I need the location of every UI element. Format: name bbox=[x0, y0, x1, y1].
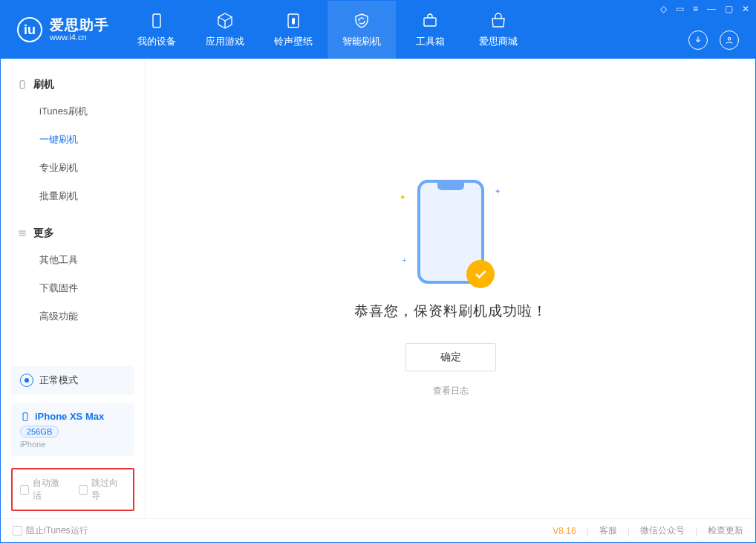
store-icon bbox=[489, 11, 508, 30]
close-button[interactable]: ✕ bbox=[742, 4, 749, 14]
nav-label: 爱思商城 bbox=[479, 35, 518, 48]
device-icon bbox=[147, 11, 166, 30]
sidebar-item-oneclick-flash[interactable]: 一键刷机 bbox=[1, 126, 145, 154]
sidebar-group-title: 刷机 bbox=[33, 78, 54, 91]
checkbox-label: 跳过向导 bbox=[91, 477, 126, 502]
view-log-link[interactable]: 查看日志 bbox=[433, 385, 469, 397]
app-header: iu 爱思助手 www.i4.cn 我的设备 应用游戏 铃声壁纸 智能刷机 工具… bbox=[1, 1, 755, 59]
header-action-icons bbox=[688, 30, 739, 50]
app-title: 爱思助手 bbox=[50, 18, 109, 33]
download-button[interactable] bbox=[688, 30, 708, 50]
device-capacity: 256GB bbox=[20, 426, 59, 438]
checkbox-label: 自动激活 bbox=[33, 477, 67, 502]
device-type: iPhone bbox=[20, 440, 126, 449]
music-file-icon bbox=[284, 11, 303, 30]
block-itunes-checkbox[interactable]: 阻止iTunes运行 bbox=[13, 524, 88, 537]
phone-small-icon bbox=[20, 412, 30, 422]
nav-apps-games[interactable]: 应用游戏 bbox=[191, 1, 259, 59]
logo-icon: iu bbox=[17, 17, 42, 42]
sidebar-item-batch-flash[interactable]: 批量刷机 bbox=[1, 182, 145, 210]
menu-icon[interactable]: ▭ bbox=[676, 4, 684, 14]
sidebar-item-itunes-flash[interactable]: iTunes刷机 bbox=[1, 97, 145, 126]
mode-card[interactable]: 正常模式 bbox=[11, 366, 134, 394]
refresh-shield-icon bbox=[352, 11, 371, 30]
sparkle-icon: + bbox=[403, 256, 407, 264]
svg-rect-4 bbox=[20, 81, 25, 89]
maximize-button[interactable]: ▢ bbox=[725, 4, 733, 14]
minimize-button[interactable]: — bbox=[707, 4, 716, 14]
sidebar-group-more: 更多 bbox=[1, 221, 145, 246]
skin-icon[interactable]: ◇ bbox=[660, 4, 667, 14]
sidebar-item-other-tools[interactable]: 其他工具 bbox=[1, 246, 145, 274]
svg-rect-2 bbox=[424, 18, 436, 26]
sidebar-group-title: 更多 bbox=[33, 227, 54, 240]
device-name: iPhone XS Max bbox=[35, 411, 104, 422]
nav-label: 铃声壁纸 bbox=[274, 35, 313, 48]
app-url: www.i4.cn bbox=[50, 33, 109, 42]
sidebar: 刷机 iTunes刷机 一键刷机 专业刷机 批量刷机 更多 其他工具 下载固件 … bbox=[1, 59, 146, 518]
sidebar-item-pro-flash[interactable]: 专业刷机 bbox=[1, 154, 145, 182]
toolbox-icon bbox=[420, 11, 440, 30]
logo-block: iu 爱思助手 www.i4.cn bbox=[1, 17, 123, 42]
mode-label: 正常模式 bbox=[39, 374, 78, 387]
check-badge-icon bbox=[466, 260, 495, 288]
footer: 阻止iTunes运行 V8.16 | 客服 | 微信公众号 | 检查更新 bbox=[1, 518, 755, 542]
footer-link-support[interactable]: 客服 bbox=[599, 524, 617, 537]
sparkle-icon: ✦ bbox=[495, 187, 501, 195]
window-controls: ◇ ▭ ≡ — ▢ ✕ bbox=[660, 4, 749, 14]
version-label: V8.16 bbox=[553, 526, 576, 536]
sidebar-item-download-firmware[interactable]: 下载固件 bbox=[1, 274, 145, 302]
success-illustration: ✦ ✦ + bbox=[417, 180, 484, 284]
nav-label: 应用游戏 bbox=[206, 35, 244, 48]
highlight-options: 自动激活 跳过向导 bbox=[11, 468, 134, 511]
nav-label: 智能刷机 bbox=[342, 35, 381, 48]
device-card[interactable]: iPhone XS Max 256GB iPhone bbox=[11, 403, 134, 456]
nav-label: 工具箱 bbox=[416, 35, 445, 48]
svg-rect-0 bbox=[153, 14, 160, 27]
nav-label: 我的设备 bbox=[137, 35, 176, 48]
footer-link-wechat[interactable]: 微信公众号 bbox=[640, 524, 685, 537]
success-message: 恭喜您，保资料刷机成功啦！ bbox=[354, 302, 547, 321]
mode-icon bbox=[20, 374, 33, 387]
nav-smart-flash[interactable]: 智能刷机 bbox=[328, 1, 396, 59]
main-nav: 我的设备 应用游戏 铃声壁纸 智能刷机 工具箱 爱思商城 bbox=[123, 1, 532, 59]
sidebar-item-advanced[interactable]: 高级功能 bbox=[1, 302, 145, 331]
footer-link-update[interactable]: 检查更新 bbox=[708, 524, 743, 537]
nav-my-device[interactable]: 我的设备 bbox=[123, 1, 191, 59]
checkbox-label: 阻止iTunes运行 bbox=[26, 524, 88, 537]
user-button[interactable] bbox=[720, 30, 739, 50]
svg-point-3 bbox=[728, 38, 731, 41]
phone-icon bbox=[17, 79, 27, 90]
ok-button[interactable]: 确定 bbox=[405, 343, 496, 371]
cube-icon bbox=[215, 11, 235, 30]
sparkle-icon: ✦ bbox=[400, 193, 405, 201]
main-content: ✦ ✦ + 恭喜您，保资料刷机成功啦！ 确定 查看日志 bbox=[146, 59, 755, 518]
nav-store[interactable]: 爱思商城 bbox=[464, 1, 532, 59]
list-icon[interactable]: ≡ bbox=[693, 4, 698, 14]
nav-ringtones-wallpapers[interactable]: 铃声壁纸 bbox=[259, 1, 328, 59]
auto-activate-checkbox[interactable]: 自动激活 bbox=[20, 477, 67, 502]
nav-toolbox[interactable]: 工具箱 bbox=[396, 1, 464, 59]
sidebar-group-flash: 刷机 bbox=[1, 72, 145, 97]
menu-lines-icon bbox=[17, 228, 27, 238]
skip-guide-checkbox[interactable]: 跳过向导 bbox=[79, 477, 126, 502]
svg-rect-5 bbox=[23, 412, 27, 420]
